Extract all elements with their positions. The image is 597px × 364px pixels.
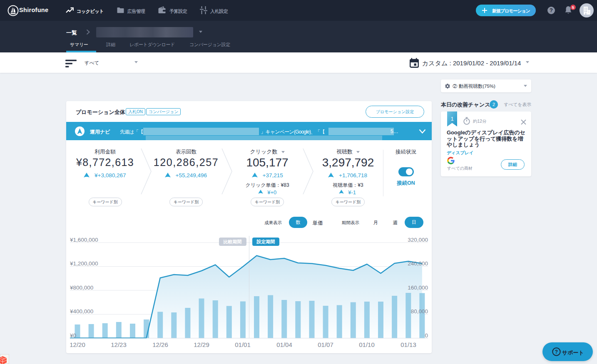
svg-text:?: ? <box>555 349 558 355</box>
svg-text:1: 1 <box>450 116 453 122</box>
